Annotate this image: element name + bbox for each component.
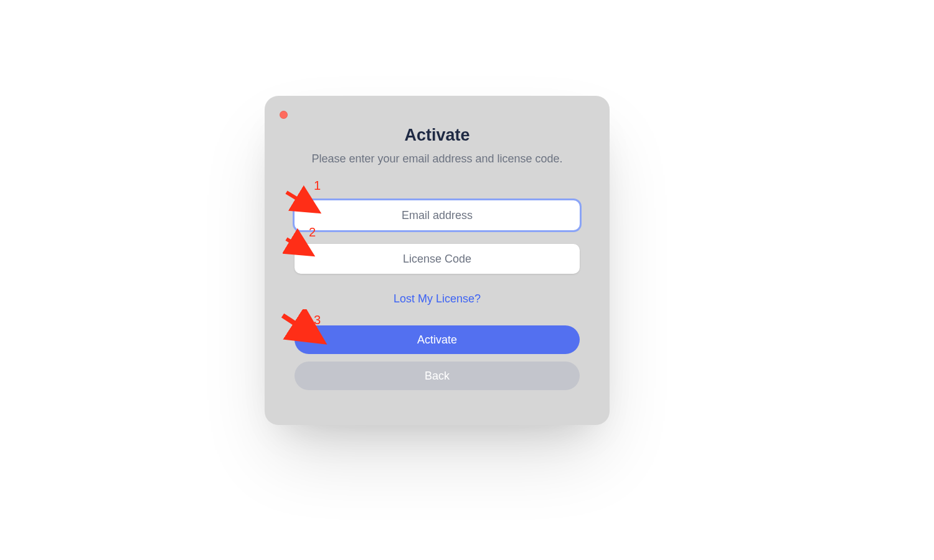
button-row: Activate Back (265, 325, 610, 390)
dialog-title: Activate (265, 96, 610, 145)
activation-dialog: Activate Please enter your email address… (265, 96, 610, 425)
stage: Activate Please enter your email address… (0, 0, 934, 560)
dialog-subtitle: Please enter your email address and lice… (265, 152, 610, 166)
license-code-input[interactable] (295, 244, 580, 274)
activate-button[interactable]: Activate (295, 325, 580, 354)
form: Lost My License? (265, 200, 610, 306)
back-button[interactable]: Back (295, 362, 580, 390)
close-icon[interactable] (280, 111, 288, 119)
email-input[interactable] (295, 200, 580, 230)
lost-license-link[interactable]: Lost My License? (295, 292, 580, 306)
